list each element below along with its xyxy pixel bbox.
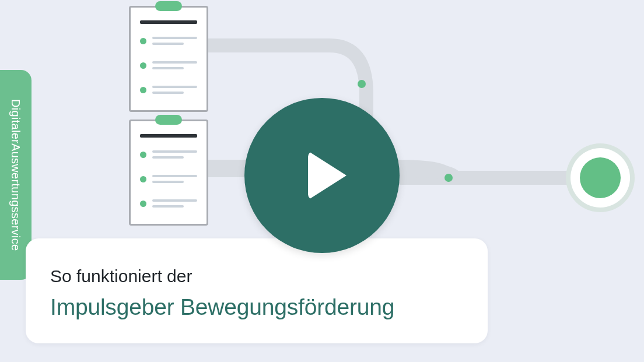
clipboard-document-1 [129, 6, 208, 112]
side-tab-line1: Digitaler [8, 99, 23, 143]
destination-dot-icon [580, 157, 621, 198]
clipboard-row [140, 61, 197, 69]
bullet-icon [140, 87, 146, 93]
bullet-icon [140, 152, 146, 158]
bullet-icon [140, 38, 146, 44]
clipboard-row [140, 86, 197, 94]
title-main-text: Impulsgeber Bewegungsförderung [50, 294, 463, 320]
clipboard-row [140, 199, 197, 208]
clipboard-text-lines [152, 86, 197, 94]
clipboard-document-2 [129, 120, 208, 226]
title-lead-text: So funktioniert der [50, 266, 463, 286]
bullet-icon [140, 201, 146, 207]
play-icon [308, 151, 346, 200]
flow-node-dot [444, 174, 453, 182]
clipboard-row [140, 37, 197, 45]
clipboard-row [140, 150, 197, 159]
clipboard-text-lines [152, 175, 197, 183]
clipboard-text-lines [152, 37, 197, 45]
destination-node [566, 143, 635, 212]
clipboard-clip-icon [155, 1, 182, 11]
title-card: So funktioniert der Impulsgeber Bewegung… [26, 238, 488, 343]
play-button[interactable] [244, 98, 400, 253]
clipboard-text-lines [152, 150, 197, 159]
clipboard-clip-icon [155, 115, 182, 125]
clipboard-title-bar [140, 134, 197, 138]
side-tab-line2: Auswertungsservice [8, 143, 23, 251]
clipboard-text-lines [152, 61, 197, 69]
clipboard-text-lines [152, 199, 197, 208]
destination-ring [570, 148, 630, 208]
bullet-icon [140, 176, 146, 182]
clipboard-title-bar [140, 20, 197, 24]
bullet-icon [140, 62, 146, 69]
clipboard-row [140, 175, 197, 183]
flow-node-dot [358, 80, 366, 88]
